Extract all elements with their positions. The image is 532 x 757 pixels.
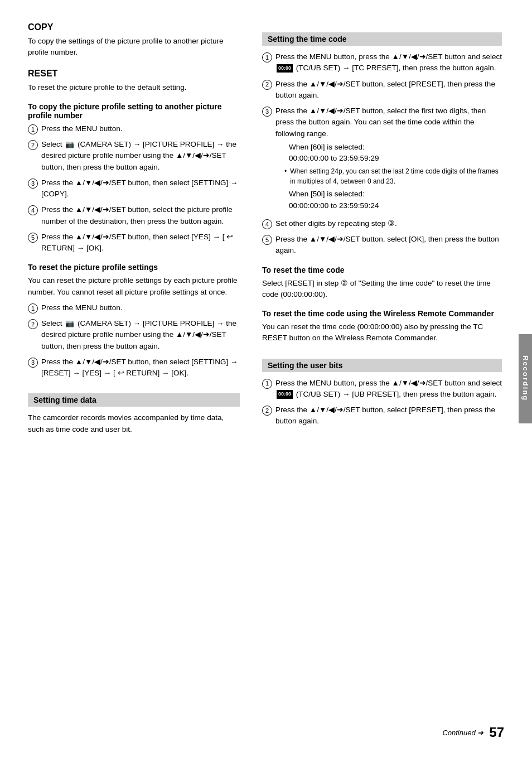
reset-title: RESET <box>28 69 240 79</box>
step-text: Press the ▲/▼/◀/➜/SET button, then selec… <box>41 356 240 379</box>
step-text: Press the ▲/▼/◀/➜/SET button, select [OK… <box>275 234 502 257</box>
step-number: 1 <box>28 303 38 314</box>
step-number: 3 <box>262 107 272 117</box>
range-60i-val: 00:00:00:00 to 23:59:59:29 <box>289 154 379 162</box>
right-column: Setting the time code 1 Press the MENU b… <box>257 22 502 735</box>
main-content: COPY To copy the settings of the picture… <box>0 0 519 757</box>
step-number: 1 <box>262 52 272 62</box>
step-number: 4 <box>28 205 38 215</box>
list-item: 1 Press the MENU button, press the ▲/▼/◀… <box>262 378 502 401</box>
list-item: 4 Set other digits by repeating step ③. <box>262 218 502 229</box>
user-bits-steps-list: 1 Press the MENU button, press the ▲/▼/◀… <box>262 378 502 427</box>
step-number: 1 <box>262 379 272 389</box>
step-text: Select 📷​ (CAMERA SET) → [PICTURE PROFIL… <box>41 318 240 352</box>
page-number: 57 <box>489 725 504 740</box>
setting-user-bits-title: Setting the user bits <box>262 359 502 372</box>
list-item: 1 Press the MENU button. <box>28 302 240 314</box>
step-text: Set other digits by repeating step ③. <box>275 218 502 229</box>
step-number: 2 <box>28 140 38 150</box>
reset-tc-wireless-title: To reset the time code using the Wireles… <box>262 309 502 318</box>
list-item: 3 Press the ▲/▼/◀/➜/SET button, select t… <box>262 105 502 214</box>
step-text: Press the MENU button, press the ▲/▼/◀/➜… <box>275 51 502 74</box>
step3-bullet-text: When setting 24p, you can set the last 2… <box>290 166 502 186</box>
step-number: 5 <box>262 235 272 245</box>
list-item: 2 Select 📷​ (CAMERA SET) → [PICTURE PROF… <box>28 139 240 173</box>
page-footer: Continued ➜ 57 <box>442 725 504 740</box>
recording-tab: Recording <box>519 334 532 423</box>
list-item: 1 Press the MENU button. <box>28 123 240 134</box>
list-item: 2 Press the ▲/▼/◀/➜/SET button, select [… <box>262 404 502 427</box>
step-text: Press the MENU button. <box>41 123 240 134</box>
step-number: 2 <box>262 80 272 90</box>
copy-title: COPY <box>28 22 240 32</box>
step-text: Press the ▲/▼/◀/➜/SET button, select [PR… <box>275 79 502 102</box>
reset-tc-desc: Select [RESET] in step ② of "Setting the… <box>262 278 502 301</box>
copy-steps-list: 1 Press the MENU button. 2 Select 📷​ (CA… <box>28 123 240 254</box>
list-item: 5 Press the ▲/▼/◀/➜/SET button, select [… <box>262 234 502 257</box>
step-number: 4 <box>262 219 272 229</box>
step-number: 2 <box>262 406 272 416</box>
camera-icon: 📷​ <box>65 139 74 150</box>
reset-steps-desc: You can reset the picture profile settin… <box>28 275 240 298</box>
step-text: Press the MENU button, press the ▲/▼/◀/➜… <box>275 378 502 401</box>
range-60i: When [60i] is selected: 00:00:00:00 to 2… <box>289 142 502 165</box>
step-text: Press the ▲/▼/◀/➜/SET button, then selec… <box>41 177 240 200</box>
step-text: Press the ▲/▼/◀/➜/SET button, select [PR… <box>275 404 502 427</box>
setting-time-data-desc: The camcorder records movies accompanied… <box>28 412 240 435</box>
recording-tab-label: Recording <box>521 355 530 401</box>
reset-desc: To reset the picture profile to the defa… <box>28 82 240 93</box>
list-item: 2 Select 📷​ (CAMERA SET) → [PICTURE PROF… <box>28 318 240 352</box>
list-item: 5 Press the ▲/▼/◀/➜/SET button, then sel… <box>28 232 240 254</box>
continued-text: Continued ➜ <box>442 729 483 737</box>
range-50i-val: 00:00:00:00 to 23:59:59:24 <box>289 201 379 210</box>
list-item: 3 Press the ▲/▼/◀/➜/SET button, then sel… <box>28 177 240 200</box>
step-text: Press the ▲/▼/◀/➜/SET button, select the… <box>275 105 502 214</box>
step-number: 3 <box>28 179 38 189</box>
range-50i-label: When [50i] is selected: <box>289 190 365 198</box>
tc-icon: 00:00 <box>277 64 293 73</box>
range-50i: When [50i] is selected: 00:00:00:00 to 2… <box>289 189 502 211</box>
reset-steps-list: 1 Press the MENU button. 2 Select 📷​ (CA… <box>28 302 240 379</box>
list-item: 4 Press the ▲/▼/◀/➜/SET button, select t… <box>28 204 240 227</box>
reset-steps-title: To reset the picture profile settings <box>28 263 240 272</box>
step-text: Press the ▲/▼/◀/➜/SET button, then selec… <box>41 232 240 254</box>
step-number: 1 <box>28 124 38 134</box>
range-60i-label: When [60i] is selected: <box>289 143 365 151</box>
copy-desc: To copy the settings of the picture prof… <box>28 36 240 59</box>
step-number: 2 <box>28 319 38 329</box>
time-code-steps-list: 1 Press the MENU button, press the ▲/▼/◀… <box>262 51 502 257</box>
setting-time-code-title: Setting the time code <box>262 32 502 46</box>
page: Recording COPY To copy the settings of t… <box>0 0 532 757</box>
step-number: 3 <box>28 358 38 368</box>
left-column: COPY To copy the settings of the picture… <box>28 22 240 735</box>
list-item: 3 Press the ▲/▼/◀/➜/SET button, then sel… <box>28 356 240 379</box>
reset-tc-wireless-desc: You can reset the time code (00:00:00:00… <box>262 321 502 344</box>
copy-steps-title: To copy the picture profile setting to a… <box>28 102 240 120</box>
step-text: Press the ▲/▼/◀/➜/SET button, select the… <box>41 204 240 227</box>
step-text: Press the MENU button. <box>41 302 240 314</box>
step3-bullet: When setting 24p, you can set the last 2… <box>284 166 502 186</box>
tc-icon: 00:00 <box>277 390 293 399</box>
step-text: Select 📷​ (CAMERA SET) → [PICTURE PROFIL… <box>41 139 240 173</box>
setting-time-data-title: Setting time data <box>28 393 240 407</box>
reset-tc-title: To reset the time code <box>262 266 502 274</box>
camera-icon: 📷​ <box>65 318 74 329</box>
step-number: 5 <box>28 233 38 243</box>
list-item: 1 Press the MENU button, press the ▲/▼/◀… <box>262 51 502 74</box>
list-item: 2 Press the ▲/▼/◀/➜/SET button, select [… <box>262 79 502 102</box>
